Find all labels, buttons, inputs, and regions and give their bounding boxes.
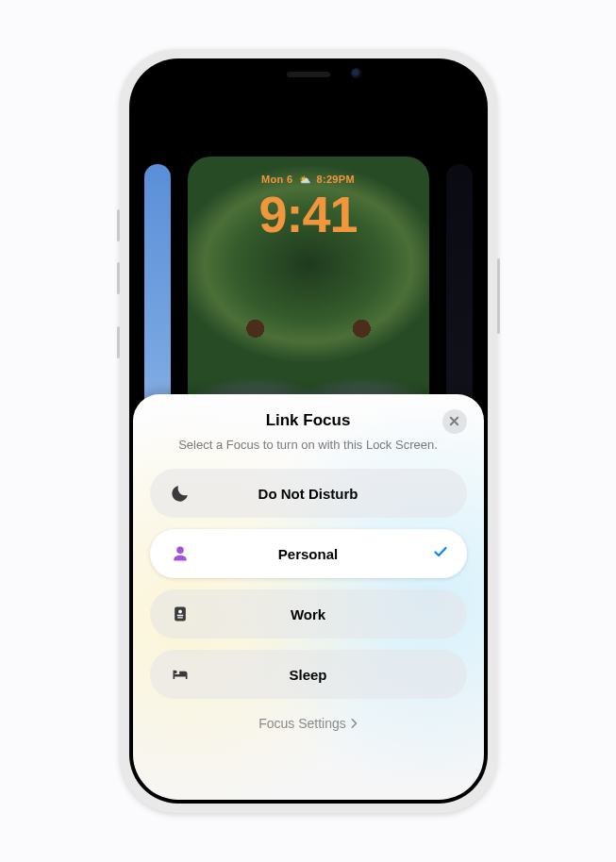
checkmark-icon [433, 544, 448, 563]
sheet-subtitle: Select a Focus to turn on with this Lock… [150, 438, 467, 452]
chevron-right-icon [350, 716, 358, 731]
focus-list: Do Not Disturb Personal [150, 469, 467, 699]
focus-item-label: Work [169, 606, 448, 622]
screen: Mon 6 ⛅ 8:29PM 9:41 Link Focus [133, 62, 484, 800]
link-focus-sheet: Link Focus Select a Focus to turn on wit… [133, 394, 484, 800]
focus-settings-link[interactable]: Focus Settings [150, 716, 467, 731]
lockscreen-date: Mon 6 ⛅ 8:29PM [188, 174, 429, 185]
focus-item-label: Sleep [169, 667, 448, 683]
date-text: Mon 6 [261, 174, 292, 185]
focus-item-personal[interactable]: Personal [150, 529, 467, 578]
sheet-title: Link Focus [150, 411, 467, 430]
speaker [287, 72, 330, 77]
focus-item-sleep[interactable]: Sleep [150, 650, 467, 699]
focus-item-work[interactable]: Work [150, 589, 467, 638]
close-button[interactable] [442, 409, 467, 434]
cloud-sun-icon: ⛅ [296, 174, 313, 185]
time-suffix: 8:29PM [317, 174, 355, 185]
sheet-header: Link Focus [150, 411, 467, 430]
notch [238, 62, 379, 91]
settings-link-label: Focus Settings [258, 716, 346, 731]
bezel: Mon 6 ⛅ 8:29PM 9:41 Link Focus [129, 58, 488, 804]
close-icon [449, 413, 459, 430]
focus-item-label: Personal [169, 546, 448, 562]
lockscreen-time: 9:41 [188, 185, 429, 243]
front-camera [351, 68, 362, 79]
focus-item-label: Do Not Disturb [169, 486, 448, 502]
focus-item-dnd[interactable]: Do Not Disturb [150, 469, 467, 518]
iphone-frame: Mon 6 ⛅ 8:29PM 9:41 Link Focus [120, 49, 497, 813]
